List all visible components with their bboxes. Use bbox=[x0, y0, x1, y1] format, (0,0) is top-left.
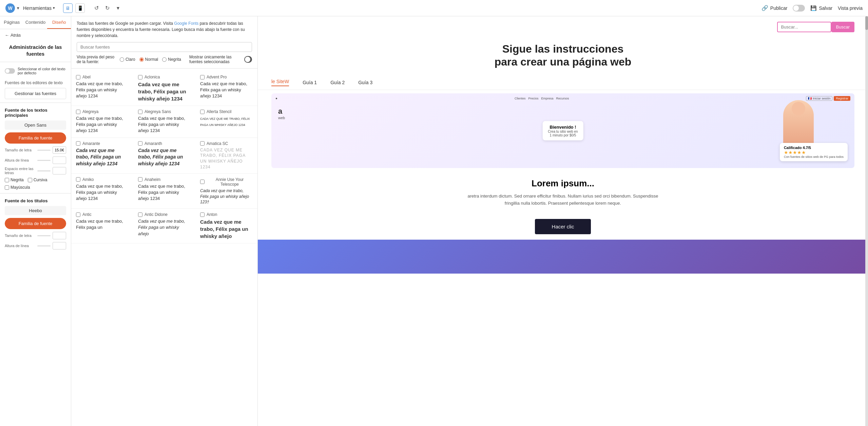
app-logo[interactable]: W ▾ bbox=[5, 3, 19, 13]
preview-scrollbar-thumb[interactable] bbox=[865, 16, 868, 30]
mini-register-btn[interactable]: Registrar bbox=[834, 96, 850, 101]
topbar-right: 🔗 Publicar 💾 Salvar Vista previa bbox=[761, 5, 863, 12]
font-check-advent-pro[interactable] bbox=[200, 75, 205, 79]
tab-content[interactable]: Contenido bbox=[24, 16, 47, 29]
brand-small: web bbox=[278, 116, 285, 120]
size-slider-row: Tamaño de letra bbox=[0, 145, 71, 155]
font-check-aclonica[interactable] bbox=[138, 75, 142, 79]
save-button[interactable]: 💾 Salvar bbox=[810, 5, 832, 11]
back-button[interactable]: ← Atrás bbox=[0, 29, 71, 41]
font-check-anaheim[interactable] bbox=[138, 177, 142, 182]
preview-nav: le SiteW Guía 1 Guía 2 Guía 3 bbox=[258, 75, 868, 90]
welcome-sub2: 1 minuto por $0/5 bbox=[548, 133, 578, 137]
titles-line-height-input[interactable] bbox=[53, 242, 66, 249]
font-item-anton: Anton Cada vez que me trabo, Félix paga … bbox=[195, 209, 257, 243]
titles-line-height-slider[interactable] bbox=[37, 245, 51, 246]
mini-nav-logo: ● bbox=[275, 96, 277, 100]
font-check-allerta-stencil[interactable] bbox=[200, 110, 205, 114]
show-selected-row: Mostrar únicamente las fuentes seleccion… bbox=[189, 55, 252, 64]
preview-nav-brand[interactable]: le SiteW bbox=[271, 79, 289, 86]
bold-checkbox[interactable]: Negrita bbox=[5, 178, 24, 182]
main-family-button[interactable]: Familia de fuente bbox=[5, 132, 66, 144]
letter-spacing-input[interactable] bbox=[53, 167, 66, 174]
publish-label: Publicar bbox=[770, 5, 788, 11]
titles-size-input[interactable] bbox=[53, 232, 66, 239]
font-item-antic-didone: Antic Didone Cada vez que me trabo, Féli… bbox=[133, 209, 195, 243]
preview-panel: Buscar Sigue las instrucciones para crea… bbox=[258, 16, 868, 426]
weight-claro[interactable]: Claro bbox=[120, 57, 135, 62]
preview-hero-title: Sigue las instrucciones para crear una p… bbox=[265, 42, 861, 69]
weight-normal[interactable]: Normal bbox=[139, 57, 158, 62]
font-check-amarante[interactable] bbox=[76, 141, 80, 146]
editors-label: Fuentes de los editores de texto bbox=[0, 78, 71, 87]
italic-checkbox[interactable]: Cursiva bbox=[28, 178, 47, 182]
preview-search-input[interactable] bbox=[777, 22, 831, 32]
size-input[interactable] bbox=[53, 146, 66, 154]
mini-nav-buttons: 🇫🇷 Iniciar sesión Registrar bbox=[806, 96, 850, 101]
redo-button[interactable]: ↻ bbox=[102, 3, 112, 13]
show-selected-toggle[interactable] bbox=[244, 56, 252, 63]
person-head bbox=[792, 102, 805, 115]
size-slider[interactable] bbox=[37, 150, 51, 151]
uppercase-check[interactable] bbox=[5, 185, 9, 190]
font-item-abel: Abel Cada vez que me trabo, Félix paga u… bbox=[71, 71, 133, 106]
weight-label: Vista previa del peso de la fuente: bbox=[77, 55, 116, 64]
font-preview-aclonica: Cada vez que me trabo, Félix paga un whi… bbox=[138, 81, 191, 102]
font-check-amatica-sc[interactable] bbox=[200, 141, 205, 146]
font-check-alegreya-sans[interactable] bbox=[138, 110, 142, 114]
undo-button[interactable]: ↺ bbox=[92, 3, 101, 13]
font-search-input[interactable] bbox=[77, 42, 252, 52]
line-height-input[interactable] bbox=[53, 156, 66, 164]
tab-pages[interactable]: Páginas bbox=[0, 16, 24, 29]
cta-button[interactable]: Hacer clic bbox=[535, 219, 591, 234]
bold-check[interactable] bbox=[5, 178, 9, 182]
google-fonts-link[interactable]: Google Fonts bbox=[174, 21, 198, 26]
preview-nav-item-1[interactable]: Guía 1 bbox=[303, 80, 317, 85]
font-name-amarante: Amarante bbox=[82, 141, 100, 146]
mobile-icon[interactable]: 📱 bbox=[75, 3, 85, 13]
logo-chevron[interactable]: ▾ bbox=[17, 6, 19, 11]
font-check-annie[interactable] bbox=[200, 180, 205, 184]
font-check-antic[interactable] bbox=[76, 212, 80, 217]
back-arrow-icon: ← bbox=[5, 33, 9, 38]
tab-design[interactable]: Diseño bbox=[47, 16, 71, 29]
preview-nav-item-2[interactable]: Guía 2 bbox=[330, 80, 345, 85]
preview-scrollbar[interactable] bbox=[865, 16, 868, 426]
font-check-amaranth[interactable] bbox=[138, 141, 142, 146]
font-preview-anaheim: Cada vez que me trabo, Félix paga un whi… bbox=[138, 183, 191, 202]
font-name-allerta-stencil: Allerta Stencil bbox=[207, 109, 231, 114]
color-toggle[interactable] bbox=[5, 68, 15, 74]
font-name-amatica-sc: Amatica SC bbox=[207, 141, 228, 146]
manage-fonts-button[interactable]: Gestionar las fuentes bbox=[5, 88, 66, 99]
preview-button[interactable]: Vista previa bbox=[838, 5, 863, 11]
font-preview-anton: Cada vez que me trabo, Félix paga un whi… bbox=[200, 218, 253, 240]
font-check-antic-didone[interactable] bbox=[138, 212, 142, 217]
titles-font-name: Heebo bbox=[5, 206, 66, 215]
letter-spacing-slider[interactable] bbox=[37, 170, 51, 171]
font-check-abel[interactable] bbox=[76, 75, 80, 79]
font-name-advent-pro: Advent Pro bbox=[207, 75, 227, 79]
mini-nav-links: Clientes Precios Empresa Recursos bbox=[515, 97, 569, 100]
weight-negrita[interactable]: Negrita bbox=[162, 57, 181, 62]
font-name-anaheim: Anaheim bbox=[144, 177, 160, 182]
more-button[interactable]: ▾ bbox=[113, 3, 123, 13]
font-item-advent-pro: Advent Pro Cada vez que me trabo, Félix … bbox=[195, 71, 257, 106]
italic-check[interactable] bbox=[28, 178, 32, 182]
titles-size-label: Tamaño de letra bbox=[5, 234, 35, 238]
desktop-icon[interactable]: 🖥 bbox=[63, 3, 73, 13]
font-check-alegreya[interactable] bbox=[76, 110, 80, 114]
titles-size-slider[interactable] bbox=[37, 235, 51, 236]
preview-search-button[interactable]: Buscar bbox=[831, 22, 854, 32]
font-check-amiko[interactable] bbox=[76, 177, 80, 182]
tools-menu[interactable]: Herramientas ▾ bbox=[23, 5, 55, 11]
font-item-aclonica: Aclonica Cada vez que me trabo, Félix pa… bbox=[133, 71, 195, 106]
font-item-annie: Annie Use Your Telescope Cada vez que me… bbox=[195, 174, 257, 209]
undo-redo-group: ↺ ↻ ▾ bbox=[92, 3, 123, 13]
publish-button[interactable]: 🔗 Publicar bbox=[761, 5, 788, 11]
titles-family-button[interactable]: Familia de fuente bbox=[5, 218, 66, 229]
font-check-anton[interactable] bbox=[200, 212, 205, 217]
preview-nav-item-3[interactable]: Guía 3 bbox=[358, 80, 372, 85]
publish-toggle[interactable] bbox=[793, 5, 805, 12]
line-height-slider[interactable] bbox=[37, 160, 51, 161]
uppercase-checkbox[interactable]: Mayúscula bbox=[5, 185, 30, 190]
